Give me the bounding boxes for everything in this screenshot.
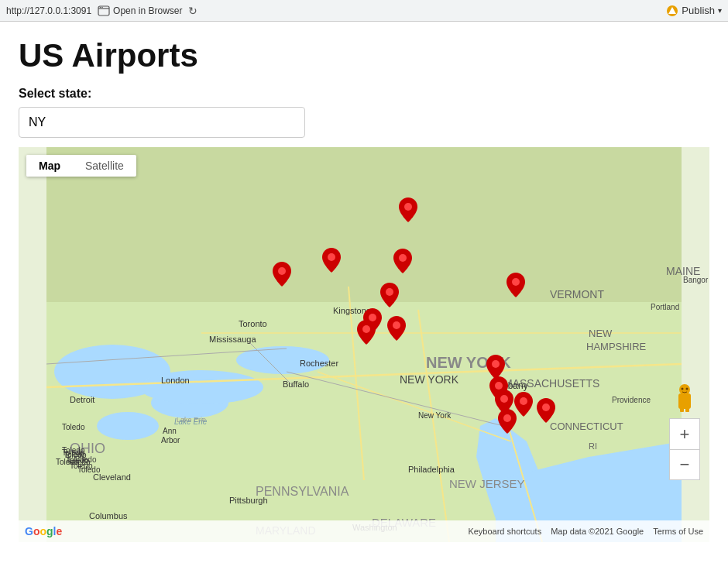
page-content: US Airports Select state: xyxy=(0,22,728,542)
map-marker-13[interactable] xyxy=(514,392,533,417)
svg-text:NEW JERSEY: NEW JERSEY xyxy=(449,477,525,490)
map-marker-7[interactable] xyxy=(387,316,406,341)
svg-point-11 xyxy=(97,412,159,440)
select-state-label: Select state: xyxy=(19,87,709,101)
satellite-toggle-button[interactable]: Satellite xyxy=(73,155,136,177)
svg-rect-90 xyxy=(680,408,684,412)
svg-point-78 xyxy=(362,325,370,333)
svg-text:VERMONT: VERMONT xyxy=(550,288,604,300)
map-marker-14[interactable] xyxy=(537,398,555,423)
svg-text:Columbus: Columbus xyxy=(89,511,128,520)
svg-text:Mississauga: Mississauga xyxy=(209,335,256,344)
map-toggle-button[interactable]: Map xyxy=(26,155,73,177)
svg-text:Rochester: Rochester xyxy=(300,359,338,368)
publish-label: Publish xyxy=(682,5,715,16)
map-marker-15[interactable] xyxy=(498,409,517,434)
browser-icon xyxy=(98,5,110,17)
svg-text:Lake Erie: Lake Erie xyxy=(174,417,208,426)
svg-text:NEW: NEW xyxy=(589,328,613,339)
svg-text:Cleveland: Cleveland xyxy=(93,472,131,482)
open-in-browser-label: Open in Browser xyxy=(113,5,182,16)
svg-text:HAMPSHIRE: HAMPSHIRE xyxy=(586,341,647,352)
svg-point-83 xyxy=(520,397,527,405)
svg-point-2 xyxy=(100,6,101,8)
map-marker-9[interactable] xyxy=(507,273,525,297)
pegman-icon xyxy=(672,381,697,412)
svg-text:RI: RI xyxy=(589,441,597,451)
svg-point-84 xyxy=(542,403,550,411)
svg-point-80 xyxy=(492,360,500,368)
svg-text:Portland: Portland xyxy=(651,303,679,311)
svg-point-72 xyxy=(278,267,286,275)
svg-point-82 xyxy=(500,395,508,403)
publish-icon xyxy=(666,5,678,17)
svg-text:Detroit: Detroit xyxy=(70,395,94,404)
svg-text:Ann: Ann xyxy=(163,427,177,435)
svg-text:London: London xyxy=(161,376,190,385)
svg-point-13 xyxy=(139,370,263,404)
browser-bar: http://127.0.0.1:3091 Open in Browser ↻ … xyxy=(0,0,728,22)
svg-text:Arbor: Arbor xyxy=(161,436,180,445)
svg-point-87 xyxy=(679,384,690,395)
map-marker-3[interactable] xyxy=(322,248,341,273)
svg-text:Bangor: Bangor xyxy=(683,276,709,284)
map-marker-8[interactable] xyxy=(357,320,376,345)
svg-text:Toledo: Toledo xyxy=(66,456,89,465)
svg-point-85 xyxy=(503,414,511,422)
svg-rect-86 xyxy=(678,393,691,409)
svg-text:Toledo: Toledo xyxy=(62,423,85,431)
map-zoom-controls: + − xyxy=(669,418,700,480)
svg-point-3 xyxy=(101,6,103,8)
svg-text:Buffalo: Buffalo xyxy=(283,379,309,389)
svg-point-79 xyxy=(512,278,520,286)
browser-url-area: http://127.0.0.1:3091 Open in Browser ↻ xyxy=(6,5,666,17)
svg-text:PENNSYLVANIA: PENNSYLVANIA xyxy=(256,485,349,498)
svg-rect-91 xyxy=(685,408,689,412)
publish-button[interactable]: Publish ▾ xyxy=(666,5,722,17)
map-marker-5[interactable] xyxy=(380,283,399,307)
svg-point-73 xyxy=(328,253,335,261)
map-satellite-toggle: Map Satellite xyxy=(26,155,136,177)
url-text: http://127.0.0.1:3091 xyxy=(6,5,91,16)
svg-point-77 xyxy=(393,321,400,329)
svg-text:Pittsburgh: Pittsburgh xyxy=(229,496,268,505)
svg-text:Toronto: Toronto xyxy=(239,319,267,328)
state-input[interactable] xyxy=(19,107,305,138)
map-data-label: Map data ©2021 Google xyxy=(551,527,644,536)
svg-point-88 xyxy=(682,388,684,390)
svg-point-71 xyxy=(404,203,412,211)
publish-chevron-icon: ▾ xyxy=(718,6,722,15)
keyboard-shortcuts-link[interactable]: Keyboard shortcuts xyxy=(468,527,541,536)
svg-point-74 xyxy=(399,254,407,262)
zoom-out-button[interactable]: − xyxy=(669,449,700,480)
refresh-button[interactable]: ↻ xyxy=(188,5,197,17)
svg-point-75 xyxy=(386,288,393,296)
page-title: US Airports xyxy=(19,37,709,74)
map-footer: Google Keyboard shortcuts Map data ©2021… xyxy=(19,520,709,542)
svg-text:New York: New York xyxy=(418,411,452,420)
svg-point-81 xyxy=(495,382,503,390)
svg-text:CONNECTICUT: CONNECTICUT xyxy=(550,421,623,432)
terms-of-use-link[interactable]: Terms of Use xyxy=(653,527,703,536)
map-container: VERMONT NEW HAMPSHIRE MASSACHUSETTS CONN… xyxy=(19,147,709,542)
map-marker-2[interactable] xyxy=(273,262,291,287)
google-logo: Google xyxy=(25,525,62,537)
svg-text:Providence: Providence xyxy=(612,396,651,404)
svg-point-89 xyxy=(686,388,689,390)
svg-text:NEW YORK: NEW YORK xyxy=(400,373,459,386)
map-marker-4[interactable] xyxy=(393,249,412,273)
open-in-browser-button[interactable]: Open in Browser xyxy=(98,5,182,17)
map-marker-1[interactable] xyxy=(399,197,417,222)
zoom-in-button[interactable]: + xyxy=(669,418,700,449)
street-view-pegman[interactable] xyxy=(669,381,700,412)
svg-text:Philadelphia: Philadelphia xyxy=(408,465,455,474)
